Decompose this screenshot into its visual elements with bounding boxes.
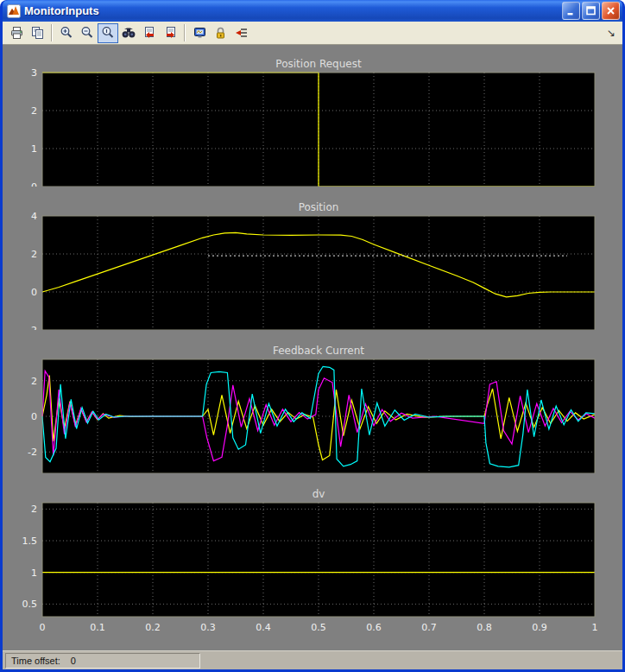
chart-svg: dv0.511.5200.10.20.30.40.50.60.70.80.91 [11,487,609,636]
window-title: MonitorInputs [24,4,560,17]
axes-feedback-current[interactable]: Feedback Current-202 [11,344,622,473]
print-icon [9,26,24,40]
svg-text:1: 1 [31,143,37,155]
close-icon [605,5,616,16]
axes-position[interactable]: Position-2024 [11,200,622,330]
toolbar-separator [184,24,186,41]
toolbar-overflow-chevron[interactable]: ↘ [607,29,619,37]
svg-text:0.5: 0.5 [22,599,38,610]
matlab-scope-icon [7,4,21,18]
window-client-area: ↘ Position Request0123 Position-2024 Fee… [3,22,622,669]
svg-text:dv: dv [312,488,325,500]
signal-selection-icon [234,26,249,40]
chart-svg: Feedback Current-202 [11,344,609,473]
close-button[interactable] [602,2,620,20]
floating-scope-button[interactable] [189,23,210,43]
restore-axes-settings-button[interactable] [160,23,180,43]
titlebar[interactable]: MonitorInputs [3,0,622,22]
svg-text:Feedback Current: Feedback Current [273,345,364,357]
zoom-y-icon [101,26,116,40]
svg-text:0.1: 0.1 [90,622,105,633]
time-offset-label: Time offset: [11,656,60,666]
svg-text:0: 0 [31,411,37,422]
svg-text:Position: Position [299,201,339,213]
toolbar-separator [51,24,53,41]
restore-axes-icon [163,26,178,40]
scope-plot-area: Position Request0123 Position-2024 Feedb… [3,45,622,650]
svg-text:1: 1 [31,567,37,579]
zoom-x-icon [80,26,95,40]
maximize-icon [585,5,597,16]
maximize-button[interactable] [582,2,600,20]
svg-text:0.4: 0.4 [256,622,271,633]
status-bar: Time offset: 0 [3,650,622,669]
svg-text:0.5: 0.5 [311,622,326,633]
binoculars-icon [121,26,136,40]
parameters-icon [30,26,45,40]
svg-text:2: 2 [31,376,37,387]
svg-text:0: 0 [40,622,46,633]
axes-position-request[interactable]: Position Request0123 [11,57,622,187]
svg-text:Position Request: Position Request [275,58,362,70]
svg-text:0: 0 [31,181,37,187]
svg-text:2: 2 [31,504,37,515]
lock-axes-button[interactable] [210,23,230,43]
zoom-x-axis-button[interactable] [77,23,98,43]
zoom-button[interactable] [56,23,77,43]
svg-text:-2: -2 [28,447,37,458]
toolbar: ↘ [3,22,622,45]
lock-icon [213,26,228,40]
svg-text:0.9: 0.9 [532,622,547,633]
time-offset-value: 0 [71,656,76,666]
svg-text:0.3: 0.3 [200,622,216,633]
zoom-in-icon [60,26,74,40]
chart-svg: Position-2024 [11,200,609,330]
save-axes-icon [142,26,157,40]
chart-svg: Position Request0123 [11,57,609,187]
scope-window: MonitorInputs [0,0,625,672]
save-axes-settings-button[interactable] [139,23,160,43]
svg-text:0.7: 0.7 [421,622,437,633]
svg-text:2: 2 [31,249,37,260]
time-offset-panel: Time offset: 0 [5,653,200,669]
minimize-button[interactable] [562,2,580,20]
svg-text:4: 4 [31,211,37,222]
svg-text:-2: -2 [28,325,37,330]
svg-text:1: 1 [592,622,598,633]
svg-text:3: 3 [31,67,37,79]
axes-dv[interactable]: dv0.511.5200.10.20.30.40.50.60.70.80.91 [11,487,622,636]
zoom-y-axis-button[interactable] [98,23,118,43]
svg-text:0: 0 [31,287,37,298]
svg-text:0.2: 0.2 [145,622,161,633]
signal-selection-button[interactable] [230,23,251,43]
svg-text:2: 2 [31,105,37,117]
print-button[interactable] [6,23,27,43]
minimize-icon [565,5,577,16]
svg-text:0.6: 0.6 [366,622,382,633]
parameters-button[interactable] [27,23,47,43]
floating-scope-icon [193,26,207,40]
svg-text:1.5: 1.5 [22,536,38,547]
svg-text:0.8: 0.8 [477,622,492,633]
autoscale-button[interactable] [118,23,139,43]
